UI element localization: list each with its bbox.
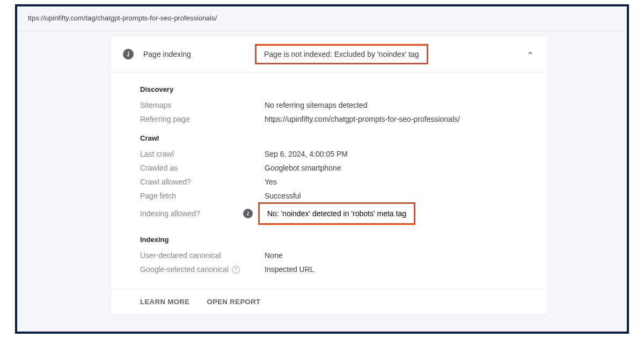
user-canonical-row: User-declared canonical None xyxy=(140,251,518,260)
google-canonical-label: Google-selected canonical ? xyxy=(140,265,265,274)
last-crawl-row: Last crawl Sep 6, 2024, 4:00:05 PM xyxy=(140,150,518,158)
discovery-section: Discovery Sitemaps No referring sitemaps… xyxy=(140,85,518,123)
page-fetch-row: Page fetch Successful xyxy=(140,192,518,200)
sitemaps-value: No referring sitemaps detected xyxy=(265,101,367,109)
help-icon[interactable]: ? xyxy=(232,266,240,274)
crawled-as-value: Googlebot smartphone xyxy=(265,164,341,172)
user-canonical-label: User-declared canonical xyxy=(140,251,265,260)
google-canonical-row: Google-selected canonical ? Inspected UR… xyxy=(140,265,518,274)
indexing-allowed-row: Indexing allowed? i No: 'noindex' detect… xyxy=(140,202,518,225)
indexing-allowed-highlight: No: 'noindex' detected in 'robots' meta … xyxy=(258,202,415,225)
last-crawl-value: Sep 6, 2024, 4:00:05 PM xyxy=(265,150,348,158)
sitemaps-row: Sitemaps No referring sitemaps detected xyxy=(140,101,518,109)
crawl-allowed-row: Crawl allowed? Yes xyxy=(140,178,518,186)
indexing-title: Indexing xyxy=(140,236,518,244)
card-body: Discovery Sitemaps No referring sitemaps… xyxy=(111,72,547,289)
google-canonical-label-text: Google-selected canonical xyxy=(140,265,229,274)
card-footer: LEARN MORE OPEN REPORT xyxy=(111,289,547,314)
info-icon: i xyxy=(123,49,134,60)
last-crawl-label: Last crawl xyxy=(140,150,265,158)
crawl-section: Crawl Last crawl Sep 6, 2024, 4:00:05 PM… xyxy=(140,134,518,225)
learn-more-button[interactable]: LEARN MORE xyxy=(140,298,189,306)
header-title: Page indexing xyxy=(143,50,251,58)
content-area: i Page indexing Page is not indexed: Exc… xyxy=(17,36,627,314)
referring-row: Referring page https://upinfifty.com/cha… xyxy=(140,115,518,123)
indexing-section: Indexing User-declared canonical None Go… xyxy=(140,236,518,274)
info-icon: i xyxy=(243,209,253,218)
url-display: ttps://upinfifty.com/tag/chatgpt-prompts… xyxy=(17,6,627,31)
crawl-allowed-label: Crawl allowed? xyxy=(140,178,265,186)
discovery-title: Discovery xyxy=(140,85,518,93)
user-canonical-value: None xyxy=(265,251,282,260)
google-canonical-value: Inspected URL xyxy=(265,265,314,274)
crawl-allowed-value: Yes xyxy=(265,178,277,186)
referring-value: https://upinfifty.com/chatgpt-prompts-fo… xyxy=(265,115,460,123)
sitemaps-label: Sitemaps xyxy=(140,101,265,109)
card-header[interactable]: i Page indexing Page is not indexed: Exc… xyxy=(111,36,547,72)
page-fetch-value: Successful xyxy=(265,192,301,200)
page-fetch-label: Page fetch xyxy=(140,192,265,200)
chevron-up-icon[interactable] xyxy=(526,49,534,59)
referring-label: Referring page xyxy=(140,115,265,123)
indexing-allowed-label: Indexing allowed? xyxy=(140,209,247,218)
header-status-highlight: Page is not indexed: Excluded by 'noinde… xyxy=(255,44,428,64)
crawled-as-row: Crawled as Googlebot smartphone xyxy=(140,164,518,172)
page-indexing-card: i Page indexing Page is not indexed: Exc… xyxy=(111,36,547,314)
crawl-title: Crawl xyxy=(140,134,518,142)
app-frame: ttps://upinfifty.com/tag/chatgpt-prompts… xyxy=(15,4,629,334)
open-report-button[interactable]: OPEN REPORT xyxy=(207,298,260,306)
crawled-as-label: Crawled as xyxy=(140,164,265,172)
